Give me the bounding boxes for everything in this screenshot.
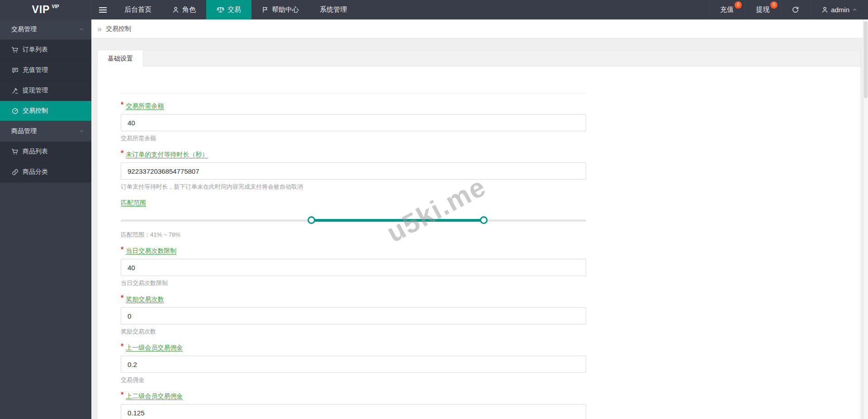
logo-superscript: VIP (52, 4, 59, 9)
required-asterisk: * (121, 101, 123, 109)
required-asterisk: * (121, 391, 123, 399)
field-input[interactable] (121, 162, 586, 180)
field-label[interactable]: 上一级会员交易佣金 (126, 344, 183, 352)
user-icon (821, 6, 828, 13)
notification-badge: 0 (735, 1, 742, 9)
nav-item-3[interactable]: 帮助中心 (251, 0, 309, 19)
field-help: 匹配范围：41% ~ 78% (121, 231, 586, 238)
sidebar-group-label: 商品管理 (11, 127, 37, 135)
field-help: 当日交易次数限制 (121, 279, 586, 287)
breadcrumb: » 交易控制 (91, 19, 868, 38)
sidebar-item-label: 交易控制 (23, 107, 48, 115)
page-gap (91, 38, 868, 50)
required-asterisk: * (121, 343, 123, 351)
tab-bar: 基础设置 (97, 50, 861, 67)
field-input[interactable] (121, 259, 586, 276)
sidebar-group-label: 交易管理 (11, 25, 37, 33)
refresh-button[interactable] (780, 0, 810, 19)
sidebar: 交易管理订单列表充值管理提现管理交易控制商品管理商品列表商品分类 (0, 19, 91, 419)
nav-action-label: 充值 (720, 5, 734, 14)
gavel-icon (11, 87, 19, 94)
cart-icon (11, 46, 19, 53)
field-label[interactable]: 交易所需余额 (126, 102, 164, 110)
sidebar-item-0-3[interactable]: 交易控制 (0, 101, 91, 121)
sidebar-item-0-1[interactable]: 充值管理 (0, 60, 91, 81)
user-icon (172, 6, 179, 13)
main-area: » 交易控制 基础设置 *交易所需余额交易所需余额*未订单的支付等待时长（秒）订… (91, 19, 868, 419)
breadcrumb-arrows-icon: » (97, 25, 102, 33)
sidebar-item-label: 充值管理 (23, 66, 48, 74)
username: admin (831, 6, 849, 14)
field-label-row: *当日交易次数限制 (121, 247, 586, 255)
nav-item-label: 角色 (182, 5, 196, 14)
sidebar-item-0-0[interactable]: 订单列表 (0, 40, 91, 60)
sidebar-item-label: 订单列表 (23, 46, 48, 54)
form-divider (121, 93, 586, 94)
slider-handle-max[interactable] (480, 216, 488, 224)
nav-item-label: 帮助中心 (272, 5, 299, 14)
sidebar-item-0-2[interactable]: 提现管理 (0, 81, 91, 101)
nav-action-1[interactable]: 提现0 (745, 0, 780, 19)
chevron-down-icon (79, 129, 84, 133)
tab-content: *交易所需余额交易所需余额*未订单的支付等待时长（秒）订单支付等待时长，新下订单… (97, 67, 861, 419)
cart-icon (11, 148, 19, 155)
field-input[interactable] (121, 307, 586, 324)
nav-item-4[interactable]: 系统管理 (309, 0, 357, 19)
nav-item-label: 后台首页 (124, 5, 152, 14)
form-field-3: *当日交易次数限制当日交易次数限制 (121, 247, 586, 287)
field-label[interactable]: 匹配范围 (121, 199, 146, 207)
field-label-row: *未订单的支付等待时长（秒） (121, 150, 586, 159)
chevron-up-icon (852, 7, 857, 12)
form-field-0: *交易所需余额交易所需余额 (121, 102, 586, 142)
nav-item-0[interactable]: 后台首页 (114, 0, 162, 19)
sidebar-collapse-button[interactable] (91, 0, 114, 19)
sidebar-item-1-0[interactable]: 商品列表 (0, 142, 91, 162)
nav-item-label: 系统管理 (320, 5, 347, 14)
field-input[interactable] (121, 114, 586, 131)
field-help: 交易佣金 (121, 376, 586, 384)
form-field-1: *未订单的支付等待时长（秒）订单支付等待时长，新下订单未在此时间内容完成支付将会… (121, 150, 586, 190)
nav-item-2[interactable]: 交易 (206, 0, 251, 19)
field-label[interactable]: 奖励交易次数 (126, 295, 164, 304)
sidebar-item-1-1[interactable]: 商品分类 (0, 162, 91, 182)
top-navbar: VIP VIP 后台首页角色交易帮助中心系统管理 充值0提现0admin (0, 0, 868, 19)
nav-action-label: 提现 (756, 5, 769, 14)
form-field-2: 匹配范围匹配范围：41% ~ 78% (121, 199, 586, 238)
hamburger-icon (99, 6, 107, 14)
field-input[interactable] (121, 356, 586, 373)
nav-item-label: 交易 (228, 5, 241, 14)
page-scrollbar[interactable] (863, 19, 868, 419)
field-input[interactable] (121, 404, 586, 419)
app-logo[interactable]: VIP VIP (0, 0, 91, 19)
comment-icon (11, 67, 19, 74)
chevron-down-icon (79, 27, 84, 32)
field-help: 订单支付等待时长，新下订单未在此时间内容完成支付将会被自动取消 (121, 183, 586, 190)
tab-basic-settings[interactable]: 基础设置 (98, 50, 143, 67)
field-label[interactable]: 当日交易次数限制 (126, 247, 176, 255)
page-title: 交易控制 (106, 25, 131, 33)
flag-icon (262, 6, 269, 13)
scrollbar-thumb[interactable] (864, 21, 868, 98)
required-asterisk: * (121, 294, 123, 302)
sidebar-group-1[interactable]: 商品管理 (0, 121, 91, 142)
field-help: 交易所需余额 (121, 134, 586, 142)
sidebar-group-0[interactable]: 交易管理 (0, 19, 91, 40)
field-label[interactable]: 未订单的支付等待时长（秒） (126, 151, 208, 159)
scales-icon (217, 6, 224, 14)
refresh-icon (792, 6, 799, 14)
logo-text: VIP (32, 4, 50, 16)
sidebar-item-label: 商品分类 (23, 168, 48, 176)
field-label[interactable]: 上二级会员交易佣金 (126, 392, 183, 400)
settings-card: 基础设置 *交易所需余额交易所需余额*未订单的支付等待时长（秒）订单支付等待时长… (97, 50, 861, 419)
form-field-6: *上二级会员交易佣金交易佣金 (121, 392, 586, 419)
nav-action-0[interactable]: 充值0 (709, 0, 745, 19)
slider-selected-range (312, 219, 484, 222)
field-label-row: 匹配范围 (121, 199, 586, 207)
notification-badge: 0 (770, 1, 778, 9)
user-menu[interactable]: admin (810, 0, 868, 19)
required-asterisk: * (121, 246, 123, 254)
gauge-icon (11, 108, 19, 114)
slider-handle-min[interactable] (308, 216, 315, 224)
nav-item-1[interactable]: 角色 (162, 0, 206, 19)
field-label-row: *上一级会员交易佣金 (121, 343, 586, 352)
